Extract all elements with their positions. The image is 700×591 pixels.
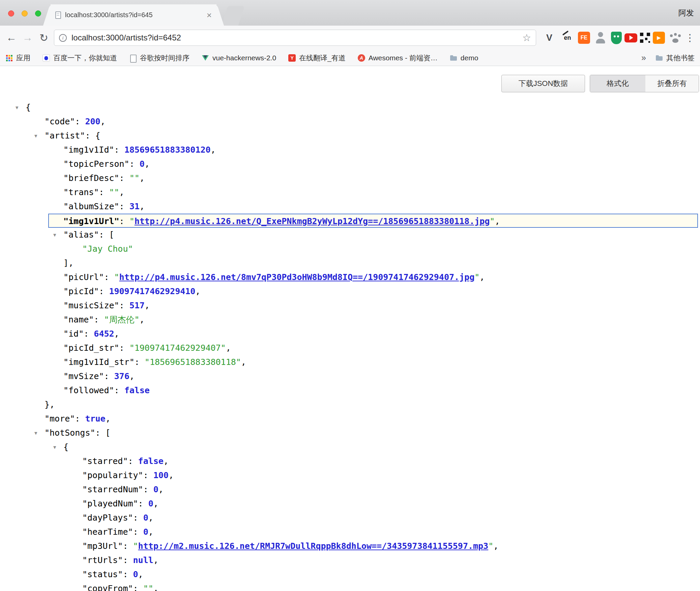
window-close-icon[interactable] <box>8 10 14 17</box>
json-punctuation: : <box>104 371 114 381</box>
collapse-caret-icon[interactable]: ▼ <box>53 228 56 242</box>
browser-tab[interactable]: localhost:3000/artists?id=645 × <box>51 4 216 26</box>
extension-icons: VenFE▶ <box>539 30 683 45</box>
bookmark-label: vue-hackernews-2.0 <box>212 54 276 62</box>
bookmark-vue-hackernews[interactable]: vue-hackernews-2.0 <box>202 54 276 62</box>
json-key: "playedNum" <box>82 499 138 508</box>
bookmark-apps[interactable]: 应用 <box>5 53 30 63</box>
download-json-button[interactable]: 下载JSON数据 <box>501 75 585 92</box>
json-line: "rtUrls": null, <box>0 553 700 567</box>
json-value-string: "19097417462929407" <box>129 343 226 353</box>
json-punctuation: : <box>119 173 129 183</box>
json-url-link[interactable]: http://p4.music.126.net/Q_ExePNkmgB2yWyL… <box>135 216 490 226</box>
json-key: "copyFrom" <box>82 584 133 591</box>
json-punctuation: , <box>145 159 150 169</box>
browser-menu-icon[interactable]: ⋮ <box>683 32 697 43</box>
other-bookmarks-folder[interactable]: 其他书签 <box>655 53 695 63</box>
json-key: "starredNum" <box>82 485 143 494</box>
json-key: "dayPlays" <box>82 513 133 523</box>
forward-icon[interactable]: → <box>20 30 36 46</box>
youdao-icon: Y <box>288 54 296 62</box>
person-icon[interactable] <box>593 30 608 45</box>
json-viewer: ▼{"code": 200,▼"artist": {"img1v1Id": 18… <box>0 66 700 591</box>
bookmarks-overflow-icon[interactable]: » <box>641 53 646 63</box>
profile-name[interactable]: 阿发 <box>678 0 694 26</box>
youtube-icon[interactable] <box>624 33 637 42</box>
bookmark-awesomes[interactable]: AAwesomes - 前端资… <box>358 53 438 63</box>
bookmark-baidu[interactable]: 百度一下，你就知道 <box>42 53 117 63</box>
qr-icon[interactable] <box>640 33 650 43</box>
json-value-string: " <box>474 272 479 282</box>
vimium-icon[interactable]: V <box>542 30 557 45</box>
tab-strip: localhost:3000/artists?id=645 × 阿发 <box>0 0 700 26</box>
back-icon[interactable]: ← <box>3 30 20 46</box>
view-mode-group: 格式化 折叠所有 <box>590 75 699 92</box>
json-key: "hotSongs" <box>45 428 95 438</box>
page-info-icon[interactable]: i <box>59 34 67 42</box>
json-key: "picUrl" <box>63 272 104 282</box>
json-line: "status": 0, <box>0 567 700 582</box>
json-punctuation: , <box>479 272 485 282</box>
collapse-caret-icon[interactable]: ▼ <box>16 100 18 115</box>
paw-icon[interactable] <box>668 30 683 45</box>
bookmark-google-time-sort[interactable]: 谷歌按时间排序 <box>129 53 189 63</box>
json-value-string: "" <box>109 187 119 197</box>
page-content: 下载JSON数据 格式化 折叠所有 ▼{"code": 200,▼"artist… <box>0 66 700 591</box>
json-key: "picId_str" <box>63 343 119 353</box>
json-line: "starred": false, <box>0 454 700 468</box>
json-punctuation: : <box>143 470 153 480</box>
json-punctuation: , <box>148 513 153 523</box>
json-line: "playedNum": 0, <box>0 497 700 511</box>
json-key: "followed" <box>63 385 114 395</box>
json-url-link[interactable]: http://p4.music.126.net/8mv7qP30Pd3oHW8b… <box>119 272 475 282</box>
bookmark-label: 百度一下，你就知道 <box>53 53 117 63</box>
json-line: "briefDesc": "", <box>0 171 700 185</box>
json-punctuation: : <box>123 555 133 565</box>
json-punctuation: , <box>100 117 106 126</box>
json-punctuation: , <box>148 527 153 537</box>
json-punctuation: , <box>106 414 111 424</box>
json-value-number: 6452 <box>94 329 114 339</box>
json-punctuation: : <box>143 485 153 494</box>
apps-icon <box>5 54 13 62</box>
format-button[interactable]: 格式化 <box>590 75 645 92</box>
json-punctuation: , <box>226 343 231 353</box>
window-zoom-icon[interactable] <box>35 10 41 17</box>
json-key: "popularity" <box>82 470 143 480</box>
json-value-number: 0 <box>148 499 153 508</box>
bookmark-youdao-translate[interactable]: Y在线翻译_有道 <box>288 53 346 63</box>
json-punctuation: : <box>94 315 104 324</box>
fe-icon[interactable]: FE <box>578 32 590 44</box>
json-punctuation: { <box>26 102 31 112</box>
new-tab-button[interactable] <box>222 6 245 26</box>
json-line: "code": 200, <box>0 115 700 129</box>
reload-icon[interactable]: ↻ <box>36 30 52 46</box>
json-key: "mvSize" <box>63 371 104 381</box>
json-line: "picId_str": "19097417462929407", <box>0 341 700 355</box>
json-value-number: 0 <box>153 485 158 494</box>
bookmark-demo[interactable]: demo <box>450 54 478 62</box>
json-punctuation: , <box>153 499 158 508</box>
collapse-caret-icon[interactable]: ▼ <box>53 440 56 454</box>
collapse-caret-icon[interactable]: ▼ <box>34 129 37 143</box>
shield-icon[interactable] <box>611 32 622 44</box>
json-url-link[interactable]: http://m2.music.126.net/RMJR7wDullRqppBk… <box>138 541 489 551</box>
url-text: localhost:3000/artists?id=6452 <box>71 33 522 42</box>
omnibox[interactable]: i localhost:3000/artists?id=6452 ☆ <box>54 30 536 46</box>
json-value-string: "" <box>143 584 153 591</box>
bookmark-star-icon[interactable]: ☆ <box>522 32 531 43</box>
tab-close-icon[interactable]: × <box>207 11 212 20</box>
window-minimize-icon[interactable] <box>22 10 28 17</box>
player-icon[interactable]: ▶ <box>653 32 665 44</box>
json-line: "dayPlays": 0, <box>0 511 700 525</box>
collapse-all-button[interactable]: 折叠所有 <box>645 75 699 92</box>
json-key: "rtUrls" <box>82 555 123 565</box>
json-value-number: 18569651883380120 <box>124 145 211 155</box>
translate-icon[interactable]: en <box>560 30 575 45</box>
json-value-number: 0 <box>140 159 145 169</box>
collapse-caret-icon[interactable]: ▼ <box>34 426 37 440</box>
json-punctuation: : <box>123 569 133 579</box>
json-punctuation: : <box>84 329 94 339</box>
json-key: "trans" <box>63 187 99 197</box>
json-line: "img1v1Id_str": "18569651883380118", <box>0 355 700 369</box>
